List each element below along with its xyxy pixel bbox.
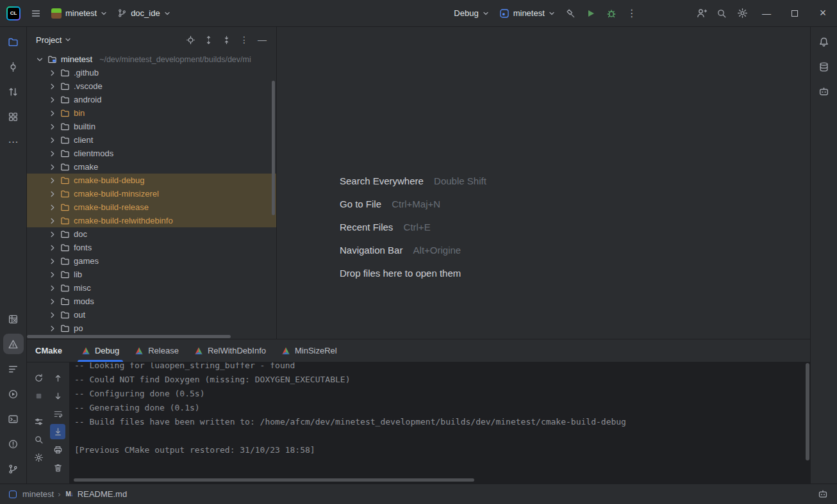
- find-in-output-button[interactable]: [31, 432, 46, 447]
- chevron-right-icon[interactable]: [47, 270, 58, 280]
- chevron-right-icon[interactable]: [47, 202, 58, 213]
- project-scrollbar-horizontal[interactable]: [27, 335, 231, 338]
- tree-item[interactable]: cmake-build-debug: [27, 174, 276, 187]
- build-button[interactable]: [560, 3, 581, 24]
- more-actions-button[interactable]: ⋮: [622, 3, 642, 24]
- maximize-button[interactable]: [781, 0, 809, 26]
- chevron-right-icon[interactable]: [47, 122, 58, 132]
- tree-item[interactable]: cmake-build-release: [27, 200, 276, 214]
- csv-tool-button[interactable]: [3, 309, 24, 329]
- project-tool-button[interactable]: [3, 31, 24, 52]
- collapse-all-button[interactable]: [219, 32, 234, 47]
- code-with-me-button[interactable]: [691, 3, 711, 24]
- tree-item[interactable]: builtin: [27, 120, 276, 133]
- todo-tool-button[interactable]: [3, 359, 24, 379]
- project-widget[interactable]: minetest: [46, 5, 112, 22]
- run-tool-button[interactable]: [3, 384, 24, 404]
- chevron-right-icon[interactable]: [47, 175, 58, 186]
- project-panel-menu[interactable]: Project: [36, 35, 71, 45]
- structure-tool-button[interactable]: [3, 106, 24, 127]
- tree-item[interactable]: fonts: [27, 241, 276, 254]
- soft-wrap-button[interactable]: [50, 406, 65, 421]
- tree-item[interactable]: cmake-build-relwithdebinfo: [27, 214, 276, 227]
- chevron-right-icon[interactable]: [47, 229, 58, 240]
- stop-button[interactable]: [31, 388, 46, 403]
- chevron-right-icon[interactable]: [47, 135, 58, 145]
- cmake-settings-button[interactable]: [31, 450, 46, 465]
- chevron-right-icon[interactable]: [47, 243, 58, 253]
- chevron-right-icon[interactable]: [47, 310, 58, 320]
- tree-item[interactable]: .vscode: [27, 79, 276, 93]
- print-output-button[interactable]: [50, 442, 65, 457]
- tree-item[interactable]: doc: [27, 227, 276, 241]
- breadcrumb-file[interactable]: README.md: [78, 489, 127, 499]
- vcs-widget[interactable]: doc_ide: [112, 5, 176, 21]
- scroll-to-end-button[interactable]: [50, 424, 65, 439]
- select-opened-file-button[interactable]: [183, 32, 198, 47]
- pull-requests-tool-button[interactable]: [3, 81, 24, 102]
- cmake-tool-button[interactable]: [3, 334, 24, 354]
- chevron-right-icon[interactable]: [47, 297, 58, 307]
- tree-item[interactable]: clientmods: [27, 147, 276, 160]
- terminal-tool-button[interactable]: [3, 409, 24, 429]
- tree-item[interactable]: po: [27, 321, 276, 335]
- next-output-button[interactable]: [50, 388, 65, 403]
- chevron-right-icon[interactable]: [47, 108, 58, 118]
- more-tools-button[interactable]: ⋯: [3, 131, 24, 152]
- build-tool-settings-button[interactable]: [31, 414, 46, 429]
- hide-panel-button[interactable]: —: [254, 32, 270, 47]
- database-tool-button[interactable]: [814, 56, 834, 77]
- tree-item[interactable]: games: [27, 254, 276, 268]
- settings-button[interactable]: [732, 3, 752, 24]
- expand-all-button[interactable]: [201, 32, 216, 47]
- run-config-selector[interactable]: minetest: [494, 5, 560, 22]
- tree-item[interactable]: mods: [27, 295, 276, 308]
- console-scrollbar-vertical[interactable]: [806, 363, 809, 460]
- cmake-tab[interactable]: Release: [127, 339, 186, 362]
- tree-item[interactable]: out: [27, 308, 276, 321]
- clear-all-button[interactable]: [50, 460, 65, 475]
- run-button[interactable]: [581, 3, 601, 24]
- tree-item[interactable]: misc: [27, 281, 276, 295]
- tree-item[interactable]: bin: [27, 106, 276, 120]
- previous-output-button[interactable]: [50, 370, 65, 386]
- main-menu-button[interactable]: [26, 3, 46, 24]
- ai-assistant-button[interactable]: [814, 81, 834, 102]
- tree-item[interactable]: cmake: [27, 160, 276, 174]
- cmake-tab[interactable]: MinSizeRel: [274, 339, 345, 362]
- chevron-right-icon[interactable]: [47, 323, 58, 334]
- chevron-right-icon[interactable]: [47, 189, 58, 199]
- ai-status-button[interactable]: [815, 487, 831, 502]
- chevron-right-icon[interactable]: [47, 256, 58, 266]
- cmake-tab[interactable]: Debug: [74, 339, 127, 362]
- chevron-right-icon[interactable]: [47, 216, 58, 226]
- panel-options-button[interactable]: ⋮: [236, 32, 252, 47]
- chevron-right-icon[interactable]: [47, 149, 58, 159]
- chevron-right-icon[interactable]: [47, 81, 58, 92]
- reload-cmake-button[interactable]: [31, 370, 46, 386]
- chevron-right-icon[interactable]: [47, 162, 58, 172]
- tree-item[interactable]: cmake-build-minsizerel: [27, 187, 276, 200]
- debug-button[interactable]: [601, 3, 622, 24]
- breadcrumb-project[interactable]: minetest: [22, 489, 54, 499]
- project-scrollbar-vertical[interactable]: [272, 81, 275, 215]
- chevron-right-icon[interactable]: [47, 68, 58, 78]
- close-button[interactable]: ×: [809, 0, 837, 26]
- tree-item[interactable]: lib: [27, 268, 276, 281]
- tree-root[interactable]: minetest ~/dev/minetest_development/buil…: [27, 53, 276, 66]
- chevron-right-icon[interactable]: [47, 283, 58, 293]
- run-mode-selector[interactable]: Debug: [449, 5, 493, 21]
- commit-tool-button[interactable]: [3, 56, 24, 77]
- search-everywhere-button[interactable]: [711, 3, 732, 24]
- tree-item[interactable]: android: [27, 93, 276, 106]
- left-tool-stripe: ⋯: [0, 27, 27, 484]
- tree-item[interactable]: .github: [27, 66, 276, 79]
- version-control-tool-button[interactable]: [3, 459, 24, 479]
- problems-tool-button[interactable]: [3, 434, 24, 454]
- cmake-tab[interactable]: RelWithDebInfo: [186, 339, 274, 362]
- console-scrollbar-horizontal[interactable]: [74, 478, 474, 482]
- minimize-button[interactable]: —: [752, 0, 781, 26]
- chevron-right-icon[interactable]: [47, 95, 58, 105]
- notifications-button[interactable]: [814, 31, 834, 52]
- tree-item[interactable]: client: [27, 133, 276, 147]
